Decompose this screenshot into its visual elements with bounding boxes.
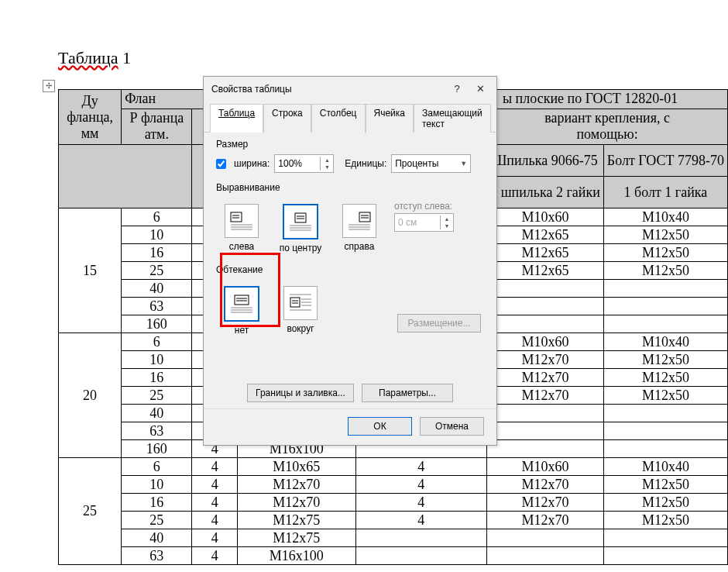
ok-button[interactable]: ОК bbox=[348, 417, 412, 436]
svg-rect-0 bbox=[231, 212, 242, 222]
section-wrap-label: Обтекание bbox=[216, 264, 484, 275]
cell-p: 160 bbox=[122, 440, 192, 458]
cell-ko: 4 bbox=[192, 547, 238, 565]
cell-shp bbox=[487, 405, 604, 422]
cell-holes bbox=[355, 547, 487, 565]
cell-mid: M10x65 bbox=[238, 458, 356, 476]
width-label: ширина: bbox=[234, 158, 270, 169]
cell-p: 6 bbox=[122, 333, 192, 351]
cell-shp bbox=[487, 440, 604, 458]
header-bolt: Болт ГОСТ 7798-70 bbox=[607, 153, 724, 168]
header-shpilka-sub: 1 шпилька 2 гайки bbox=[490, 184, 600, 200]
cell-bolt bbox=[603, 315, 727, 333]
cell-p: 10 bbox=[122, 226, 192, 244]
cell-holes: 4 bbox=[355, 512, 487, 529]
svg-rect-18 bbox=[235, 295, 249, 305]
cell-p: 40 bbox=[122, 529, 192, 547]
tab-row[interactable]: Строка bbox=[263, 104, 311, 133]
document-title: Таблица 1 bbox=[58, 48, 131, 68]
cell-p: 40 bbox=[122, 280, 192, 298]
cell-p: 16 bbox=[122, 494, 192, 512]
cell-bolt: M12x50 bbox=[603, 351, 727, 369]
cell-shp bbox=[487, 547, 604, 565]
cell-p: 63 bbox=[122, 547, 192, 565]
cell-du: 20 bbox=[59, 333, 122, 458]
units-combo[interactable]: Проценты ▼ bbox=[391, 154, 471, 173]
cell-shp bbox=[487, 315, 604, 333]
help-button[interactable]: ? bbox=[445, 81, 469, 97]
align-center-option[interactable]: по центру bbox=[278, 204, 323, 253]
wrap-around-option[interactable]: вокруг bbox=[278, 286, 323, 334]
cell-p: 160 bbox=[122, 315, 192, 333]
cell-bolt bbox=[603, 529, 727, 547]
dialog-title: Свойства таблицы bbox=[211, 84, 445, 95]
header-bolt-sub: 1 болт 1 гайка bbox=[624, 184, 708, 200]
cell-holes: 4 bbox=[355, 476, 487, 494]
table-properties-dialog: Свойства таблицы ? ✕ Таблица Строка Стол… bbox=[203, 76, 497, 446]
cell-p: 16 bbox=[122, 369, 192, 387]
cell-ko: 4 bbox=[192, 476, 238, 494]
width-spinner[interactable]: ▲▼ bbox=[274, 154, 334, 173]
cell-shp: M12x70 bbox=[487, 351, 604, 369]
cell-ko: 4 bbox=[192, 512, 238, 529]
cell-shp: M12x70 bbox=[487, 494, 604, 512]
tab-column[interactable]: Столбец bbox=[311, 104, 366, 133]
align-right-option[interactable]: справа bbox=[337, 204, 382, 252]
cell-shp: M10x60 bbox=[487, 458, 604, 476]
borders-button[interactable]: Границы и заливка... bbox=[247, 384, 354, 402]
cell-shp: M12x70 bbox=[487, 476, 604, 494]
cell-holes: 4 bbox=[355, 494, 487, 512]
svg-rect-12 bbox=[359, 212, 370, 222]
cell-p: 10 bbox=[122, 351, 192, 369]
cell-p: 16 bbox=[122, 244, 192, 262]
cell-bolt: M12x50 bbox=[603, 369, 727, 387]
cell-ko: 4 bbox=[192, 494, 238, 512]
cell-p: 25 bbox=[122, 262, 192, 280]
cell-shp: M10x60 bbox=[487, 333, 604, 351]
cell-shp bbox=[487, 529, 604, 547]
cell-du: 25 bbox=[59, 458, 122, 565]
cell-bolt: M12x50 bbox=[603, 226, 727, 244]
cell-mid: M12x70 bbox=[238, 494, 356, 512]
width-checkbox[interactable] bbox=[216, 159, 226, 169]
svg-rect-24 bbox=[290, 298, 300, 307]
cell-p: 63 bbox=[122, 298, 192, 315]
section-align-label: Выравнивание bbox=[216, 182, 484, 193]
header-shpilka: Шпилька 9066-75 bbox=[493, 153, 598, 168]
cell-p: 10 bbox=[122, 476, 192, 494]
cell-bolt bbox=[603, 440, 727, 458]
cell-p: 6 bbox=[122, 458, 192, 476]
cell-p: 25 bbox=[122, 387, 192, 405]
header-gost: ы плоские по ГОСТ 12820-01 bbox=[503, 91, 727, 107]
cell-p: 63 bbox=[122, 422, 192, 440]
header-p: Р фланца атм. bbox=[125, 110, 188, 143]
cell-mid: M12x75 bbox=[238, 512, 356, 529]
section-size-label: Размер bbox=[216, 139, 484, 150]
cell-shp bbox=[487, 422, 604, 440]
handle-icon[interactable]: ✢ bbox=[43, 80, 55, 92]
cell-p: 40 bbox=[122, 405, 192, 422]
indent-spinner: ▲▼ bbox=[394, 213, 454, 232]
cell-bolt bbox=[603, 280, 727, 298]
cancel-button[interactable]: Отмена bbox=[420, 417, 484, 436]
cell-du: 15 bbox=[59, 208, 122, 333]
cell-bolt bbox=[603, 422, 727, 440]
wrap-none-option[interactable]: нет bbox=[219, 286, 264, 336]
cell-shp: M12x65 bbox=[487, 244, 604, 262]
tab-alttext[interactable]: Замещающий текст bbox=[414, 104, 491, 133]
close-button[interactable]: ✕ bbox=[469, 81, 492, 97]
cell-bolt bbox=[603, 405, 727, 422]
cell-shp bbox=[487, 280, 604, 298]
tab-table[interactable]: Таблица bbox=[210, 104, 263, 133]
cell-mid: M12x75 bbox=[238, 529, 356, 547]
tab-cell[interactable]: Ячейка bbox=[366, 104, 414, 133]
cell-shp bbox=[487, 298, 604, 315]
cell-bolt: M12x50 bbox=[603, 476, 727, 494]
params-button[interactable]: Параметры... bbox=[362, 384, 453, 402]
cell-p: 6 bbox=[122, 208, 192, 226]
align-left-option[interactable]: слева bbox=[219, 204, 264, 252]
cell-shp: M12x70 bbox=[487, 387, 604, 405]
cell-bolt bbox=[603, 298, 727, 315]
cell-p: 25 bbox=[122, 512, 192, 529]
cell-shp: M12x65 bbox=[487, 262, 604, 280]
